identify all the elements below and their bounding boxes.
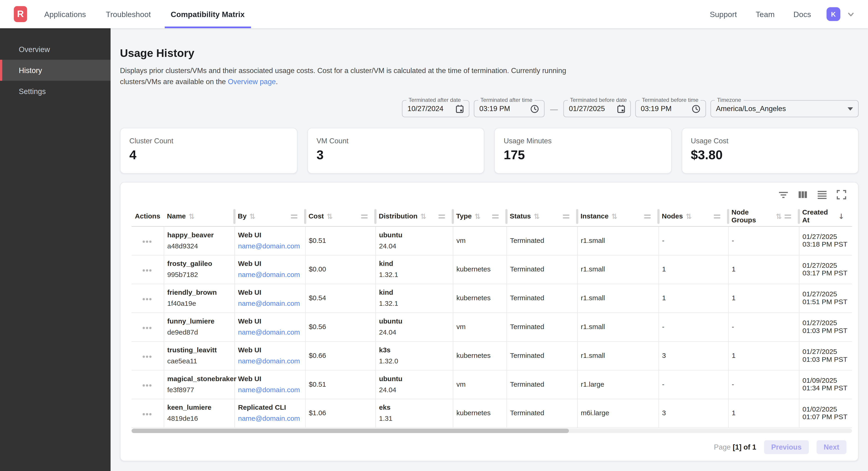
column-resize-handle[interactable] bbox=[576, 209, 579, 224]
email-link[interactable]: name@domain.com bbox=[238, 299, 300, 308]
row-actions-button[interactable] bbox=[141, 238, 153, 245]
cluster-name: keen_lumiere bbox=[167, 403, 230, 412]
column-drag-handle-icon[interactable] bbox=[291, 214, 298, 218]
column-header-node-groups[interactable]: Node Groups⇅ bbox=[728, 207, 799, 226]
column-resize-handle[interactable] bbox=[374, 209, 377, 224]
distribution-version: 24.04 bbox=[379, 385, 448, 395]
row-actions-button[interactable] bbox=[141, 267, 153, 273]
fullscreen-icon[interactable] bbox=[836, 189, 846, 200]
column-drag-handle-icon[interactable] bbox=[492, 214, 499, 218]
row-actions-button[interactable] bbox=[141, 296, 153, 302]
email-link[interactable]: name@domain.com bbox=[238, 356, 300, 366]
next-page-button[interactable]: Next bbox=[816, 440, 846, 454]
cluster-id: fe3f8977 bbox=[167, 385, 230, 395]
column-drag-handle-icon[interactable] bbox=[714, 214, 720, 218]
created-date: 01/27/2025 bbox=[803, 233, 848, 241]
nav-link-support[interactable]: Support bbox=[710, 10, 737, 19]
cluster-id: 4819de16 bbox=[167, 414, 230, 423]
column-resize-handle[interactable] bbox=[234, 209, 236, 224]
type-cell: vm bbox=[453, 226, 506, 255]
status-cell: Terminated bbox=[506, 226, 577, 255]
pagination: Page [1] of 1 Previous Next bbox=[131, 440, 851, 454]
nodes-cell: - bbox=[658, 370, 728, 399]
filter-icon[interactable] bbox=[778, 189, 788, 200]
terminated-after-time-field[interactable]: Terminated after time 03:19 PM bbox=[474, 100, 545, 117]
column-header-type[interactable]: Type⇅ bbox=[453, 207, 506, 226]
distribution-version: 1.31 bbox=[379, 414, 448, 423]
previous-page-button[interactable]: Previous bbox=[764, 440, 809, 454]
distribution: ubuntu bbox=[379, 317, 448, 326]
column-resize-handle[interactable] bbox=[798, 209, 800, 224]
column-resize-handle[interactable] bbox=[657, 209, 660, 224]
column-header-distribution[interactable]: Distribution⇅ bbox=[375, 207, 453, 226]
column-drag-handle-icon[interactable] bbox=[785, 214, 791, 218]
show-hide-columns-icon[interactable] bbox=[798, 189, 808, 200]
sidebar-item-history[interactable]: History bbox=[0, 60, 111, 81]
horizontal-scrollbar[interactable] bbox=[131, 429, 852, 433]
terminated-before-date-field[interactable]: Terminated before date 01/27/2025 bbox=[563, 100, 631, 117]
sort-icon: ⇅ bbox=[420, 212, 426, 220]
calendar-icon[interactable] bbox=[456, 104, 464, 113]
instance-cell: r1.large bbox=[577, 370, 659, 399]
distribution: kind bbox=[379, 259, 448, 268]
row-actions-button[interactable] bbox=[141, 353, 153, 360]
sidebar-item-overview[interactable]: Overview bbox=[0, 39, 111, 60]
created-date: 01/02/2025 bbox=[803, 405, 848, 413]
column-header-nodes[interactable]: Nodes⇅ bbox=[658, 207, 728, 226]
column-header-status[interactable]: Status⇅ bbox=[506, 207, 577, 226]
nodes-cell: 3 bbox=[658, 341, 728, 370]
density-icon[interactable] bbox=[817, 189, 827, 200]
tab-compatibility-matrix[interactable]: Compatibility Matrix bbox=[164, 0, 251, 28]
column-resize-handle[interactable] bbox=[505, 209, 508, 224]
row-actions-button[interactable] bbox=[141, 411, 153, 417]
type-cell: kubernetes bbox=[453, 284, 506, 313]
created-by: Replicated CLI bbox=[238, 403, 300, 412]
column-header-name[interactable]: Name⇅ bbox=[163, 207, 234, 226]
email-link[interactable]: name@domain.com bbox=[238, 328, 300, 337]
clock-icon[interactable] bbox=[530, 104, 539, 113]
user-avatar[interactable]: K bbox=[827, 7, 840, 21]
tab-applications[interactable]: Applications bbox=[38, 0, 92, 28]
column-drag-handle-icon[interactable] bbox=[361, 214, 368, 218]
replicated-logo[interactable]: R bbox=[14, 6, 27, 22]
calendar-icon[interactable] bbox=[617, 104, 625, 113]
nav-link-team[interactable]: Team bbox=[755, 10, 774, 19]
terminated-before-time-field[interactable]: Terminated before time 03:19 PM bbox=[636, 100, 706, 117]
email-link[interactable]: name@domain.com bbox=[238, 241, 300, 251]
column-header-created-at[interactable]: Created At↓ bbox=[799, 207, 852, 226]
column-drag-handle-icon[interactable] bbox=[644, 214, 651, 218]
row-actions-button[interactable] bbox=[141, 382, 153, 388]
type-cell: vm bbox=[453, 313, 506, 341]
timezone-select[interactable]: Timezone America/Los_Angeles bbox=[710, 100, 859, 117]
row-actions-button[interactable] bbox=[141, 325, 153, 331]
email-link[interactable]: name@domain.com bbox=[238, 385, 300, 395]
overview-page-link[interactable]: Overview page bbox=[228, 78, 276, 86]
tab-troubleshoot[interactable]: Troubleshoot bbox=[100, 0, 157, 28]
distribution: k3s bbox=[379, 346, 448, 355]
status-cell: Terminated bbox=[506, 284, 577, 313]
column-header-cost[interactable]: Cost⇅ bbox=[305, 207, 375, 226]
created-time: 03:17 PM PST bbox=[803, 269, 848, 277]
column-header-by[interactable]: By⇅ bbox=[235, 207, 305, 226]
dropdown-arrow-icon[interactable] bbox=[847, 107, 853, 110]
column-drag-handle-icon[interactable] bbox=[563, 214, 569, 218]
type-cell: kubernetes bbox=[453, 399, 506, 428]
logo-letter: R bbox=[17, 8, 24, 20]
column-header-instance[interactable]: Instance⇅ bbox=[577, 207, 659, 226]
created-by: Web UI bbox=[238, 317, 300, 326]
chevron-down-icon[interactable] bbox=[847, 10, 855, 18]
sort-icon: ⇅ bbox=[776, 212, 782, 220]
instance-cell: r1.small bbox=[577, 284, 659, 313]
column-resize-handle[interactable] bbox=[727, 209, 729, 224]
clock-icon[interactable] bbox=[691, 104, 700, 113]
scrollbar-thumb[interactable] bbox=[131, 429, 569, 433]
column-resize-handle[interactable] bbox=[304, 209, 306, 224]
email-link[interactable]: name@domain.com bbox=[238, 414, 300, 423]
column-drag-handle-icon[interactable] bbox=[438, 214, 445, 218]
column-resize-handle[interactable] bbox=[452, 209, 454, 224]
nav-link-docs[interactable]: Docs bbox=[793, 10, 811, 19]
sidebar-item-settings[interactable]: Settings bbox=[0, 81, 111, 101]
email-link[interactable]: name@domain.com bbox=[238, 270, 300, 279]
cost-cell: $0.54 bbox=[305, 284, 375, 313]
terminated-after-date-field[interactable]: Terminated after date 10/27/2024 bbox=[402, 100, 469, 117]
